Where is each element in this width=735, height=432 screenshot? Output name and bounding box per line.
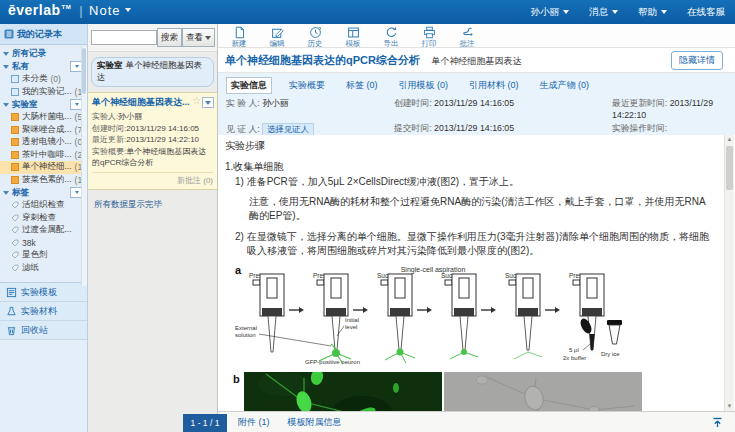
content-scrollbar[interactable]: ▲ ▼ <box>724 135 734 411</box>
sidebar-tag-2[interactable]: 穿刺检查 <box>0 212 87 225</box>
svg-text:External: External <box>235 325 257 331</box>
history-button[interactable]: 历史 <box>302 26 328 48</box>
tab-generated-products[interactable]: 生成产物 (0) <box>536 78 594 93</box>
sidebar-item-lab-5-selected[interactable]: 单个神经细...(1) <box>0 161 87 174</box>
experiment-detail-title: 单个神经细胞基因表达的qPCR综合分析 <box>225 53 420 68</box>
annotations-count[interactable]: 新批注 (0) <box>92 172 213 186</box>
tab-tags[interactable]: 标签 (0) <box>342 78 382 93</box>
section-private[interactable]: 私有 <box>0 60 87 73</box>
experiment-content: 实验步骤 1.收集单细胞 1) 准备PCR管，加入5μL 2×CellsDire… <box>218 135 735 411</box>
sidebar-item-lab-6[interactable]: 菠菜色素的...(1) <box>0 174 87 187</box>
sidebar-item-lab-1[interactable]: 大肠杆菌电...(5) <box>0 111 87 124</box>
svg-text:Initial: Initial <box>345 317 359 323</box>
sidebar-item-recycle-bin[interactable]: 回收站 <box>0 321 87 340</box>
product-caret-icon[interactable] <box>125 8 131 12</box>
content-body: 实验步骤 1.收集单细胞 1) 准备PCR管，加入5μL 2×CellsDire… <box>218 135 735 411</box>
scrollbar-thumb[interactable] <box>82 48 86 94</box>
sidebar-tag-6[interactable]: 滤纸 <box>0 262 87 275</box>
sidebar: 我的记录本 所有记录 私有 未分类(0) 我的实验记...(1) 实验室 大肠杆… <box>0 24 88 432</box>
sidebar-item-lab-2[interactable]: 聚咪唑合成...(7) <box>0 124 87 137</box>
notebook-icon <box>11 88 19 96</box>
template-info-link[interactable]: 模板附属信息 <box>288 416 342 429</box>
pipette-1: Pres. <box>249 272 284 352</box>
step-2: 2) 在显微镜下，选择分离的单个细胞。显微下操作利用压力(3毫升注射器)清除单个… <box>235 230 715 259</box>
star-icon[interactable]: ☆ <box>192 95 201 106</box>
section-tags[interactable]: 标签 <box>0 186 87 199</box>
end-of-list-note: 所有数据显示完毕 <box>88 190 217 220</box>
chevron-down-icon <box>75 65 79 68</box>
logo-separator: | <box>79 3 83 18</box>
sidebar-item-lab-4[interactable]: 茶叶中咖啡...(2) <box>0 149 87 162</box>
experiment-info-grid: 实 验 人: 孙小丽 创建时间: 2013/11/29 14:16:05 最近更… <box>218 96 735 136</box>
sidebar-item-uncategorized[interactable]: 未分类(0) <box>0 73 87 86</box>
figure-b: b 10 μm <box>233 372 715 411</box>
messages-menu[interactable]: 消息 <box>589 6 618 19</box>
history-clock-icon <box>309 26 322 39</box>
collapse-caret-icon <box>3 52 9 56</box>
sidebar-tag-4[interactable]: 38k <box>0 237 87 250</box>
scroll-to-top-button[interactable] <box>712 417 723 428</box>
search-input[interactable] <box>91 30 157 45</box>
hide-details-button[interactable]: 隐藏详情 <box>671 51 723 70</box>
sidebar-item-my-experiments[interactable]: 我的实验记...(1) <box>0 86 87 99</box>
topbar: ēverlabTM | Note 孙小丽 消息 帮助 在线客服 <box>0 0 735 24</box>
step-1-note: 注意，使用无RNA酶的耗材和整个过程避免RNA酶的污染(清洁工作区，戴上手套，口… <box>249 195 715 224</box>
print-button[interactable]: 打印 <box>416 26 442 48</box>
collapse-caret-icon <box>3 65 9 69</box>
sidebar-tag-3[interactable]: 过渡金属配... <box>0 224 87 237</box>
main-panel: 新建 编辑 历史 模板 导出 打印 <box>218 24 735 432</box>
experiment-list-item[interactable]: 单个神经细胞基因表达... ☆ 实验人:孙小丽 创建时间:2013/11/29 … <box>88 92 217 190</box>
search-row: 搜索 查看 <box>88 24 217 52</box>
pagination[interactable]: 1 - 1 / 1 <box>183 414 227 432</box>
sidebar-item-templates[interactable]: 实验模板 <box>0 283 87 302</box>
user-menu[interactable]: 孙小丽 <box>531 6 570 19</box>
sidebar-item-materials[interactable]: 实验材料 <box>0 302 87 321</box>
notebook-icon <box>11 176 19 184</box>
template-button[interactable]: 模板 <box>340 26 366 48</box>
sidebar-scrollbar[interactable] <box>81 46 87 286</box>
attachments-link[interactable]: 附件 (1) <box>238 416 270 429</box>
notebooks-header[interactable]: 我的记录本 <box>0 24 87 45</box>
notebook-icon <box>11 163 19 171</box>
edit-pencil-icon <box>271 26 284 39</box>
section-lab[interactable]: 实验室 <box>0 98 87 111</box>
template-icon <box>6 287 17 298</box>
tab-referenced-materials[interactable]: 引用材料 (0) <box>465 78 523 93</box>
notebook-icon <box>4 29 14 39</box>
export-button[interactable]: 导出 <box>378 26 404 48</box>
tab-referenced-templates[interactable]: 引用模板 (0) <box>395 78 453 93</box>
annotate-button[interactable]: 批注 <box>454 26 480 48</box>
sidebar-tag-5[interactable]: 显色剂 <box>0 249 87 262</box>
experiment-title[interactable]: 单个神经细胞基因表达... <box>92 96 192 109</box>
chevron-down-icon <box>75 191 79 194</box>
collapse-caret-icon <box>3 103 9 107</box>
breadcrumb[interactable]: 实验室单个神经细胞基因表达 <box>91 57 214 87</box>
tab-experiment-summary[interactable]: 实验概要 <box>285 78 329 93</box>
step-group-title: 1.收集单细胞 <box>225 160 715 175</box>
toolbar: 新建 编辑 历史 模板 导出 打印 <box>218 24 735 48</box>
search-button[interactable]: 搜索 <box>157 28 182 47</box>
sidebar-tag-1[interactable]: 活组织检查 <box>0 199 87 212</box>
scrollbar-thumb[interactable] <box>726 146 733 190</box>
tag-icon <box>11 226 19 234</box>
created-row: 创建时间:2013/11/29 14:16:05 <box>92 123 213 135</box>
svg-text:2x buffer: 2x buffer <box>563 355 586 361</box>
tag-icon <box>11 214 19 222</box>
pipette-6: Pres. <box>569 272 604 350</box>
view-button[interactable]: 查看 <box>182 28 215 47</box>
new-button[interactable]: 新建 <box>226 26 252 48</box>
pipette-3: Suc. <box>377 272 415 363</box>
step-1: 1) 准备PCR管，加入5μL 2×CellsDirect缓冲液(图2)，置于冰… <box>235 175 715 190</box>
scroll-down-icon[interactable]: ▼ <box>725 402 734 411</box>
edit-button[interactable]: 编辑 <box>264 26 290 48</box>
collapse-caret-icon <box>3 191 9 195</box>
online-service-link[interactable]: 在线客服 <box>687 6 725 19</box>
collapse-button[interactable] <box>202 97 214 108</box>
sidebar-item-lab-3[interactable]: 透射电镜小...(0) <box>0 136 87 149</box>
help-menu[interactable]: 帮助 <box>638 6 667 19</box>
svg-text:Dry ice: Dry ice <box>601 351 620 357</box>
section-all-records[interactable]: 所有记录 <box>0 47 87 60</box>
tab-experiment-info[interactable]: 实验信息 <box>226 77 272 94</box>
figure-a: a Single-cell aspiration Pres. Pres. <box>233 264 715 371</box>
scroll-up-icon[interactable]: ▲ <box>725 135 734 144</box>
